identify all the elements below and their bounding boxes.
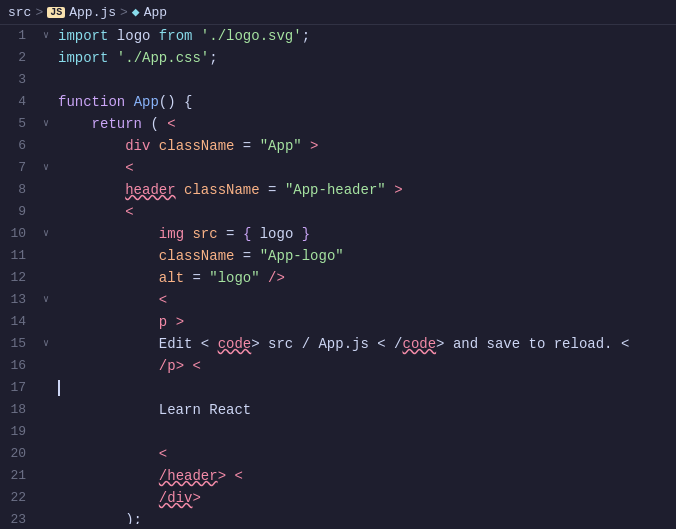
code-line: 6 div className = "App" > <box>0 135 676 157</box>
token-punct: = <box>184 270 209 286</box>
code-content: /div> <box>54 487 676 509</box>
code-content: Edit < code> src / App.js < /code> and s… <box>54 333 676 355</box>
token-kw2: from <box>159 28 193 44</box>
code-content: < <box>54 201 676 223</box>
token-var <box>58 446 159 462</box>
line-number: 17 <box>0 377 38 399</box>
token-punct: () { <box>159 94 193 110</box>
token-tag: < <box>234 468 242 484</box>
token-var <box>159 116 167 132</box>
token-tag: > <box>218 468 226 484</box>
token-jsx-expr: } <box>302 226 310 242</box>
token-tag-underline: code <box>218 336 252 352</box>
code-line: 2import './App.css'; <box>0 47 676 69</box>
line-number: 22 <box>0 487 38 509</box>
token-val: "App-logo" <box>260 248 344 264</box>
token-attr: alt <box>159 270 184 286</box>
token-tag: > <box>192 490 200 506</box>
token-var <box>58 512 125 524</box>
token-var: Edit < <box>58 336 218 352</box>
code-line: 11 className = "App-logo" <box>0 245 676 267</box>
token-tag: < <box>159 292 167 308</box>
token-tag-underline: code <box>402 336 436 352</box>
token-var <box>58 468 159 484</box>
fold-icon[interactable]: ∨ <box>38 333 54 355</box>
line-number: 7 <box>0 157 38 179</box>
line-number: 23 <box>0 509 38 524</box>
token-var <box>58 182 125 198</box>
code-line: 3 <box>0 69 676 91</box>
token-tag: < <box>167 116 175 132</box>
token-var <box>167 314 175 330</box>
token-tag: > <box>394 182 402 198</box>
code-line: 5∨ return ( < <box>0 113 676 135</box>
token-attr: className <box>184 182 260 198</box>
breadcrumb-comp-icon: ◆ <box>132 4 140 20</box>
token-tag: < <box>125 204 133 220</box>
line-number: 1 <box>0 25 38 47</box>
token-var <box>58 116 92 132</box>
token-var <box>150 138 158 154</box>
code-line: 15∨ Edit < code> src / App.js < /code> a… <box>0 333 676 355</box>
token-punct: = <box>234 138 259 154</box>
line-number: 3 <box>0 69 38 91</box>
line-number: 2 <box>0 47 38 69</box>
code-content: p > <box>54 311 676 333</box>
token-tag: > <box>176 358 184 374</box>
token-tag: /> <box>268 270 285 286</box>
line-number: 5 <box>0 113 38 135</box>
token-punct: = <box>218 226 243 242</box>
code-line: 13∨ < <box>0 289 676 311</box>
token-kw2: import <box>58 28 108 44</box>
text-cursor <box>58 380 60 396</box>
token-kw2: import <box>58 50 108 66</box>
breadcrumb-src: src <box>8 5 31 20</box>
fold-icon[interactable]: ∨ <box>38 223 54 245</box>
token-str: './logo.svg' <box>201 28 302 44</box>
token-tag: < <box>192 358 200 374</box>
code-line: 12 alt = "logo" /> <box>0 267 676 289</box>
js-icon: JS <box>47 7 65 18</box>
token-tag: p <box>159 314 167 330</box>
token-attr: src <box>192 226 217 242</box>
token-attr: className <box>159 248 235 264</box>
code-line: 16 /p> < <box>0 355 676 377</box>
code-line: 7∨ < <box>0 157 676 179</box>
token-var <box>302 138 310 154</box>
code-content: alt = "logo" /> <box>54 267 676 289</box>
token-tag-underline: /div <box>159 490 193 506</box>
token-tag-underline: /header <box>159 468 218 484</box>
token-tag: img <box>159 226 184 242</box>
code-line: 18 Learn React <box>0 399 676 421</box>
token-punct: = <box>234 248 259 264</box>
line-number: 9 <box>0 201 38 223</box>
code-content: /header> < <box>54 465 676 487</box>
fold-icon[interactable]: ∨ <box>38 25 54 47</box>
breadcrumb-file[interactable]: App.js <box>69 5 116 20</box>
token-var: > src / App.js < / <box>251 336 402 352</box>
code-line: 1∨import logo from './logo.svg'; <box>0 25 676 47</box>
token-tag: > <box>176 314 184 330</box>
fold-icon[interactable]: ∨ <box>38 157 54 179</box>
fold-icon[interactable]: ∨ <box>38 289 54 311</box>
token-var <box>58 160 125 176</box>
line-number: 14 <box>0 311 38 333</box>
breadcrumb-sep1: > <box>35 5 43 20</box>
token-tag-underline: header <box>125 182 175 198</box>
code-line: 17 <box>0 377 676 399</box>
token-var <box>125 94 133 110</box>
code-editor: 1∨import logo from './logo.svg';2import … <box>0 25 676 524</box>
token-punct: = <box>260 182 285 198</box>
token-var <box>58 248 159 264</box>
code-content: className = "App-logo" <box>54 245 676 267</box>
line-number: 16 <box>0 355 38 377</box>
line-number: 13 <box>0 289 38 311</box>
code-line: 4function App() { <box>0 91 676 113</box>
token-var <box>260 270 268 286</box>
code-line: 19 <box>0 421 676 443</box>
code-line: 10∨ img src = { logo } <box>0 223 676 245</box>
fold-icon[interactable]: ∨ <box>38 113 54 135</box>
token-kw: function <box>58 94 125 110</box>
token-var <box>58 270 159 286</box>
token-var <box>108 50 116 66</box>
